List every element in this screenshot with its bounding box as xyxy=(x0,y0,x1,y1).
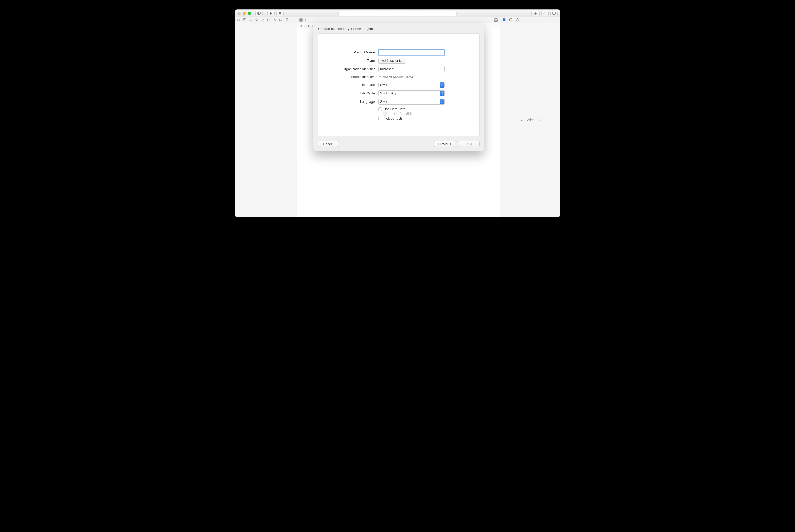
toggle-inspector-button[interactable] xyxy=(550,11,557,16)
editor-area: No Selection Choose options for your new… xyxy=(297,23,500,217)
interface-label: Interface: xyxy=(326,83,376,87)
team-label: Team: xyxy=(326,59,376,62)
breakpoint-navigator-icon[interactable] xyxy=(279,18,283,22)
source-control-navigator-icon[interactable] xyxy=(243,18,246,22)
xcode-window: No Selection Choose options for your new… xyxy=(234,10,561,217)
activity-viewer[interactable] xyxy=(338,11,457,16)
host-cloudkit-label: Host in CloudKit xyxy=(388,112,412,116)
navigator-selector xyxy=(235,17,297,23)
file-inspector-icon[interactable] xyxy=(503,18,506,22)
svg-point-23 xyxy=(517,20,518,21)
inspector-selector xyxy=(500,17,560,23)
play-icon xyxy=(269,12,272,15)
code-review-button[interactable] xyxy=(541,11,549,16)
history-inspector-icon[interactable] xyxy=(509,18,513,22)
interface-select[interactable]: SwiftUI xyxy=(378,82,444,88)
language-label: Language: xyxy=(326,100,376,103)
plus-icon xyxy=(534,12,537,15)
navigator-tab-bar xyxy=(235,17,560,23)
run-button[interactable] xyxy=(267,11,275,16)
sheet-footer: Cancel Previous Next xyxy=(318,141,479,147)
svg-line-9 xyxy=(257,20,258,21)
select-stepper-icon xyxy=(440,82,444,88)
inspector-panel: No Selection xyxy=(500,23,560,217)
toggle-navigator-button[interactable] xyxy=(255,11,263,16)
language-select-value: Swift xyxy=(380,100,387,103)
arrows-left-right-icon xyxy=(544,12,547,15)
svg-rect-15 xyxy=(300,19,301,20)
issue-navigator-icon[interactable] xyxy=(261,18,264,22)
navigator-panel xyxy=(235,23,297,217)
include-tests-label: Include Tests xyxy=(383,117,403,120)
bundle-id-label: Bundle Identifier: xyxy=(326,75,376,79)
life-cycle-select[interactable]: SwiftUI App xyxy=(378,90,444,96)
life-cycle-select-value: SwiftUI App xyxy=(380,92,397,95)
library-button[interactable] xyxy=(531,11,540,16)
new-project-options-sheet: Choose options for your new project: Pro… xyxy=(313,23,484,151)
svg-rect-3 xyxy=(553,12,555,15)
sidebar-left-icon xyxy=(258,12,261,15)
bundle-id-value: microsoft.ProductName xyxy=(378,75,413,79)
report-navigator-icon[interactable] xyxy=(285,18,289,22)
debug-navigator-icon[interactable] xyxy=(273,18,277,22)
svg-point-8 xyxy=(255,19,258,20)
use-core-data-label: Use Core Data xyxy=(383,107,405,111)
cancel-button[interactable]: Cancel xyxy=(318,141,339,147)
stop-icon xyxy=(279,12,282,15)
life-cycle-label: Life Cycle: xyxy=(326,92,376,95)
sheet-form-panel: Product Name: Team: Add account... xyxy=(318,33,479,136)
stop-button[interactable] xyxy=(276,11,284,16)
svg-rect-2 xyxy=(279,12,281,15)
use-core-data-checkbox[interactable] xyxy=(378,107,382,111)
previous-button[interactable]: Previous xyxy=(434,141,455,147)
window-minimize-icon[interactable] xyxy=(243,12,246,15)
find-navigator-icon[interactable] xyxy=(255,18,259,22)
inspector-placeholder: No Selection xyxy=(520,118,541,122)
svg-point-7 xyxy=(250,20,251,21)
project-navigator-icon[interactable] xyxy=(237,18,240,22)
include-tests-checkbox[interactable] xyxy=(378,117,382,120)
add-account-button[interactable]: Add account... xyxy=(378,58,406,63)
svg-rect-16 xyxy=(301,19,302,20)
test-navigator-icon[interactable] xyxy=(267,18,270,22)
main-split: No Selection Choose options for your new… xyxy=(235,23,560,217)
titlebar xyxy=(235,10,560,17)
host-cloudkit-checkbox xyxy=(383,112,387,116)
sidebar-right-icon xyxy=(552,12,555,15)
adjust-editor-icon[interactable] xyxy=(494,18,498,22)
svg-rect-19 xyxy=(494,18,497,21)
org-id-input[interactable] xyxy=(378,66,444,72)
select-stepper-icon xyxy=(440,99,444,104)
svg-rect-0 xyxy=(258,12,261,15)
editor-jump-bar-icons xyxy=(297,17,310,23)
sheet-title: Choose options for your new project: xyxy=(318,27,479,31)
window-close-icon[interactable] xyxy=(238,12,241,15)
window-traffic-lights xyxy=(238,12,251,15)
symbol-navigator-icon[interactable] xyxy=(249,18,252,22)
select-stepper-icon xyxy=(440,91,444,96)
svg-rect-18 xyxy=(301,20,302,21)
help-inspector-icon[interactable] xyxy=(516,18,519,22)
editor-mode-icons xyxy=(492,17,500,23)
interface-select-value: SwiftUI xyxy=(380,83,391,87)
product-name-input[interactable] xyxy=(378,50,444,55)
next-button: Next xyxy=(458,141,479,147)
org-id-label: Organization Identifier: xyxy=(326,67,376,71)
related-items-icon[interactable] xyxy=(299,18,303,22)
product-name-label: Product Name: xyxy=(326,51,376,54)
window-zoom-icon[interactable] xyxy=(248,12,251,15)
go-back-icon[interactable] xyxy=(305,18,308,22)
svg-rect-17 xyxy=(300,20,301,21)
language-select[interactable]: Swift xyxy=(378,99,444,104)
svg-point-6 xyxy=(250,19,251,19)
